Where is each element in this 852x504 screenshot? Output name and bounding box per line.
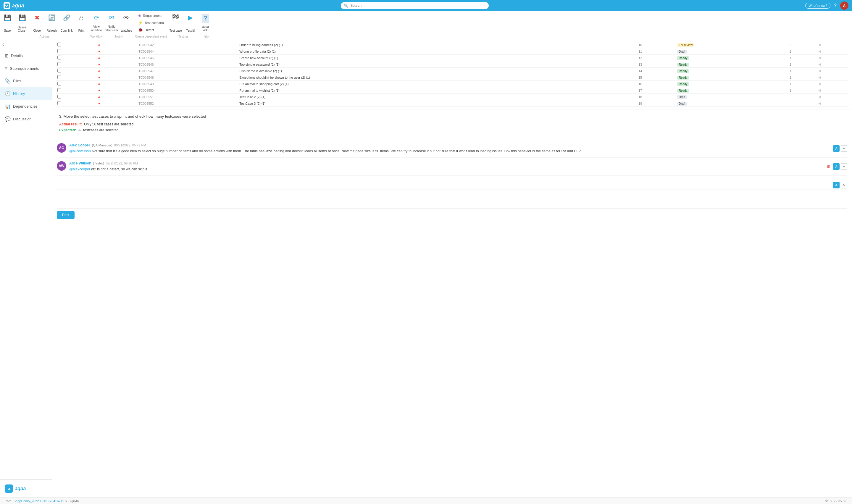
user-avatar[interactable]: A — [840, 1, 849, 10]
post-format-btn-a[interactable]: A — [833, 182, 839, 188]
comment-avatar-2: AW — [57, 161, 66, 171]
comment-reply-btn-2[interactable]: ⤷ — [841, 163, 847, 170]
close-button[interactable]: ✖ Close — [30, 12, 44, 33]
sidebar-toggle[interactable]: ‹ — [0, 39, 52, 49]
row-action-icon[interactable]: ◀ — [816, 61, 849, 68]
sidebar-item-details[interactable]: ⊞ Details — [0, 49, 52, 62]
bottom-logo-box: a — [5, 485, 13, 493]
view-workflow-button[interactable]: ⟳ Viewworkflow — [89, 12, 104, 33]
notify-other-user-button[interactable]: ✉ Notifyother user — [104, 12, 119, 33]
refresh-button[interactable]: 🔄 Refresh — [44, 12, 59, 33]
row-count: 1 — [788, 61, 817, 68]
row-tc-id[interactable]: TC003546 — [137, 61, 238, 68]
row-name[interactable]: Fish Nemo is available (2) (1) — [238, 68, 637, 74]
comment-reply-btn-1[interactable]: ⤷ — [841, 145, 847, 152]
notify-label: Notifyother user — [105, 25, 118, 32]
settings-icon[interactable]: ⚙ — [825, 499, 828, 503]
expected-result-label: Expected: — [59, 128, 76, 132]
post-textarea[interactable] — [57, 190, 847, 208]
row-name[interactable]: Order to billing address (2) (1) — [238, 42, 637, 48]
comment-edit-btn-1[interactable]: A — [833, 145, 839, 152]
row-checkbox[interactable] — [56, 81, 95, 87]
print-label: Print — [78, 29, 85, 32]
row-name[interactable]: Create new account (2) (1) — [238, 55, 637, 61]
watches-button[interactable]: 👁 Watches — [119, 12, 134, 33]
row-tc-id[interactable]: TC003549 — [137, 81, 238, 87]
test-case-button[interactable]: 🏁 Test case — [168, 12, 183, 33]
row-num: 16 — [637, 81, 675, 87]
row-checkbox[interactable] — [56, 94, 95, 100]
post-section: A ⤷ Post — [52, 178, 852, 222]
sidebar-item-label-discussion: Discussion — [13, 117, 32, 121]
row-checkbox[interactable] — [56, 61, 95, 68]
create-defect-button[interactable]: 🐞 Defect — [137, 26, 166, 33]
comment-text-1: @alicewillson Not sure that it's a good … — [69, 148, 830, 154]
row-name[interactable]: Exceptions shouldn't be shown to the use… — [238, 74, 637, 81]
comment-mention-2[interactable]: @alexcooper — [69, 167, 90, 171]
table-row: 🔺 TC003550 Put animal to wishlist (2) (1… — [56, 87, 849, 94]
row-action-icon[interactable]: ◀ — [816, 87, 849, 94]
row-tc-id[interactable]: TC003548 — [137, 74, 238, 81]
copy-link-button[interactable]: 🔗 Copy link — [59, 12, 74, 33]
delete-icon-2[interactable]: 🗑 — [827, 164, 831, 169]
row-action-icon[interactable]: ◀ — [816, 68, 849, 74]
row-action-icon[interactable]: ◀ — [816, 100, 849, 107]
row-name[interactable]: Put animal to shopping cart (2) (1) — [238, 81, 637, 87]
row-action-icon[interactable]: ◀ — [816, 42, 849, 48]
row-tc-id[interactable]: TC003547 — [137, 68, 238, 74]
row-action-icon[interactable]: ◀ — [816, 74, 849, 81]
row-checkbox[interactable] — [56, 42, 95, 48]
post-format-btn-b[interactable]: ⤷ — [841, 182, 847, 188]
create-dependent-group: ◈ Requirement ⚡ Test scenario 🐞 Defect C… — [134, 11, 168, 39]
row-name[interactable]: Too simple password (2) (1) — [238, 61, 637, 68]
row-name[interactable]: Put animal to wishlist (2) (1) — [238, 87, 637, 94]
main-toolbar: 💾 Save 💾 Save&Close ✖ Close 🔄 Refresh 🔗 … — [0, 11, 852, 39]
row-name[interactable]: TestCase 3 (2) (1) — [238, 100, 637, 107]
row-tc-id[interactable]: TC003544 — [137, 48, 238, 55]
test-it-button[interactable]: ▶ Test it! — [183, 12, 198, 33]
workflow-group-label: Workflow — [89, 34, 104, 39]
sidebar-item-history[interactable]: 🕐 History — [0, 87, 52, 100]
save-button[interactable]: 💾 Save — [0, 12, 15, 33]
comment-author-1[interactable]: Alex Cooper — [69, 143, 90, 147]
comment-edit-btn-2[interactable]: A — [833, 163, 839, 170]
comment-author-2[interactable]: Alice Willson — [69, 161, 91, 165]
aqua-wiki-button[interactable]: ? aquaWiki — [198, 12, 213, 33]
comment-avatar-1: AC — [57, 143, 66, 152]
post-button[interactable]: Post — [57, 211, 75, 219]
comment-time-1: 09/21/2022, 05:42 PM — [114, 143, 146, 147]
sidebar-item-dependencies[interactable]: 📊 Dependencies — [0, 100, 52, 113]
row-tc-id[interactable]: TC003542 — [137, 42, 238, 48]
row-checkbox[interactable] — [56, 68, 95, 74]
row-name[interactable]: Wrong profile data (2) (1) — [238, 48, 637, 55]
row-tc-id[interactable]: TC003550 — [137, 87, 238, 94]
help-button[interactable]: ? — [834, 3, 837, 8]
table-row: 🔺 TC003548 Exceptions shouldn't be shown… — [56, 74, 849, 81]
row-checkbox[interactable] — [56, 55, 95, 61]
sidebar-item-discussion[interactable]: 💬 Discussion — [0, 113, 52, 125]
comment-mention-1[interactable]: @alicewillson — [69, 149, 91, 153]
row-action-icon[interactable]: ◀ — [816, 48, 849, 55]
subrequirements-icon: ≡ — [5, 66, 7, 71]
row-action-icon[interactable]: ◀ — [816, 55, 849, 61]
sidebar-item-subrequirements[interactable]: ≡ Subrequirements — [0, 62, 52, 74]
row-action-icon[interactable]: ◀ — [816, 94, 849, 100]
row-tc-id[interactable]: TC003545 — [137, 55, 238, 61]
row-action-icon[interactable]: ◀ — [816, 81, 849, 87]
create-requirement-button[interactable]: ◈ Requirement — [137, 13, 166, 19]
whats-new-button[interactable]: What's new? — [805, 3, 830, 8]
row-priority-icon: 🔺 — [95, 42, 137, 48]
print-button[interactable]: 🖨 Print — [74, 12, 89, 33]
path-link[interactable]: ShopDemo_202203301728416212 — [14, 499, 64, 503]
row-checkbox[interactable] — [56, 74, 95, 81]
row-tc-id[interactable]: TC003552 — [137, 100, 238, 107]
row-checkbox[interactable] — [56, 48, 95, 55]
row-tc-id[interactable]: TC003551 — [137, 94, 238, 100]
row-checkbox[interactable] — [56, 100, 95, 107]
row-name[interactable]: TestCase 2 (2) (1) — [238, 94, 637, 100]
save-close-button[interactable]: 💾 Save&Close — [15, 12, 30, 33]
create-test-scenario-button[interactable]: ⚡ Test scenario — [137, 19, 166, 26]
sidebar-item-files[interactable]: 📎 Files — [0, 74, 52, 87]
row-checkbox[interactable] — [56, 87, 95, 94]
search-input[interactable] — [341, 2, 489, 9]
